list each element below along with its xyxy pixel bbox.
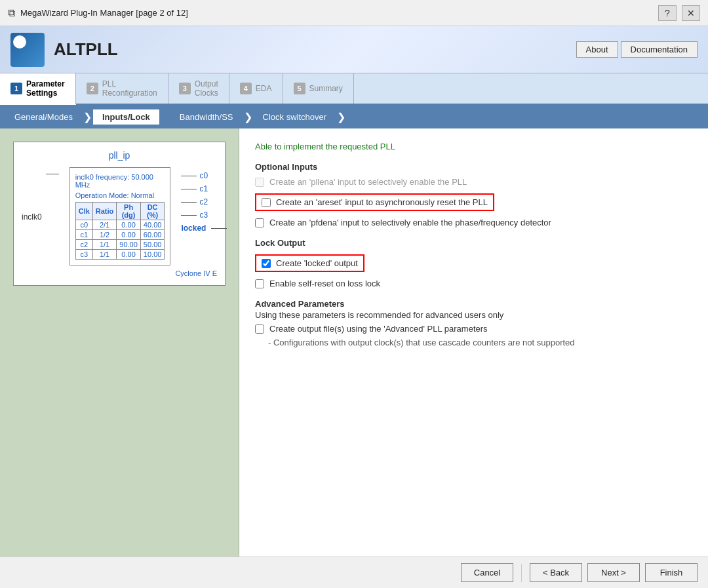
tab-bar: 1 ParameterSettings 2 PLLReconfiguration…	[0, 73, 708, 105]
tab-num-3: 3	[179, 83, 191, 94]
title-bar-controls: ? ✕	[658, 5, 700, 21]
right-panel: Able to implement the requested PLL Opti…	[239, 128, 708, 557]
checkbox-locked[interactable]	[262, 259, 271, 268]
tab-label-3: OutputClocks	[195, 79, 218, 98]
tab-label-4: EDA	[256, 84, 272, 93]
advanced-title: Advanced Parameters	[255, 299, 692, 309]
advanced-description: Using these parameters is recommended fo…	[255, 310, 692, 320]
finish-button[interactable]: Finish	[645, 563, 698, 582]
diagram-body: inclk0 inclk0 frequency: 50.000 MHz Oper…	[22, 167, 217, 265]
checkbox-pfdena[interactable]	[255, 218, 264, 227]
tab-eda[interactable]: 4 EDA	[229, 73, 283, 104]
checkbox-areset[interactable]	[262, 198, 271, 207]
option-advanced-pll: Create output file(s) using the 'Advance…	[255, 324, 692, 334]
col-header-ratio: Ratio	[92, 203, 117, 220]
header: ALTPLL About Documentation	[0, 26, 708, 73]
option-self-reset: Enable self-reset on loss lock	[255, 279, 692, 288]
tab-num-1: 1	[10, 83, 22, 94]
tab-output-clocks[interactable]: 3 OutputClocks	[168, 73, 229, 104]
title-bar-icon: ⧉	[8, 7, 15, 19]
output-c1: c1	[181, 184, 227, 193]
option-pllena: Create an 'pllena' input to selectively …	[255, 177, 692, 187]
cyclone-label: Cyclone IV E	[22, 269, 217, 277]
tab-num-5: 5	[294, 83, 305, 94]
inclk-label: inclk0	[22, 212, 42, 222]
label-self-reset: Enable self-reset on loss lock	[269, 279, 380, 288]
label-areset: Create an 'areset' input to asynchronous…	[276, 197, 488, 207]
lock-output-title: Lock Output	[255, 238, 692, 248]
option-pfdena: Create an 'pfdena' input to selectively …	[255, 218, 692, 227]
status-text: Able to implement the requested PLL	[255, 142, 692, 151]
tab-label-5: Summary	[309, 84, 343, 93]
main-content: pll_ip inclk0 inclk0 frequency: 50.000 M…	[0, 128, 708, 557]
tab-label-1: ParameterSettings	[26, 79, 65, 98]
checkbox-pllena[interactable]	[255, 178, 264, 187]
subnav-bandwidth-ss[interactable]: Bandwidth/SS	[170, 109, 243, 125]
label-pllena: Create an 'pllena' input to selectively …	[269, 177, 467, 187]
col-header-clk: Clk	[75, 203, 92, 220]
subnav-arrow-1: ❯	[83, 111, 92, 123]
diagram-table: Clk Ratio Ph (dg) DC (%) c02/10.0040.00c…	[75, 202, 165, 260]
diagram-left: inclk0	[22, 212, 46, 222]
title-bar: ⧉ MegaWizard Plug-In Manager [page 2 of …	[0, 0, 708, 26]
back-button[interactable]: < Back	[530, 563, 582, 582]
about-button[interactable]: About	[576, 41, 618, 58]
documentation-button[interactable]: Documentation	[621, 41, 698, 58]
col-header-dc: DC (%)	[140, 203, 165, 220]
tab-parameter-settings[interactable]: 1 ParameterSettings	[0, 73, 76, 105]
header-buttons: About Documentation	[576, 41, 698, 58]
output-c3: c3	[181, 210, 227, 220]
diagram-title: pll_ip	[22, 150, 217, 161]
optional-inputs-title: Optional Inputs	[255, 162, 692, 172]
output-c0: c0	[181, 171, 227, 180]
subnav-inputs-lock[interactable]: Inputs/Lock	[93, 109, 159, 125]
app-logo	[10, 33, 45, 67]
subnav-arrow-4: ❯	[337, 111, 345, 123]
footer-separator	[521, 564, 522, 582]
tab-num-4: 4	[240, 83, 252, 94]
subnav-general-modes[interactable]: General/Modes	[5, 109, 82, 125]
subnav-arrow-3: ❯	[244, 111, 252, 123]
tab-summary[interactable]: 5 Summary	[283, 73, 354, 104]
subnav-clock-switchover[interactable]: Clock switchover	[254, 109, 336, 125]
option-locked: Create 'locked' output	[262, 258, 358, 268]
output-locked: locked	[181, 224, 227, 233]
diagram-right: c0 c1 c2 c3 lock	[181, 167, 227, 237]
diagram-center: inclk0 frequency: 50.000 MHz Operation M…	[69, 167, 171, 265]
title-bar-text: MegaWizard Plug-In Manager [page 2 of 12…	[20, 8, 658, 18]
checkbox-advanced-pll[interactable]	[255, 324, 264, 334]
help-button[interactable]: ?	[658, 5, 677, 21]
next-button[interactable]: Next >	[587, 563, 640, 582]
subnav-arrow-2: ❯	[161, 111, 169, 123]
footer: Cancel < Back Next > Finish	[0, 557, 708, 588]
label-pfdena: Create an 'pfdena' input to selectively …	[269, 218, 551, 227]
tab-pll-reconfiguration[interactable]: 2 PLLReconfiguration	[76, 73, 168, 104]
diagram-info1: inclk0 frequency: 50.000 MHz	[75, 173, 165, 189]
output-c2: c2	[181, 197, 227, 206]
cancel-button[interactable]: Cancel	[461, 563, 513, 582]
option-areset: Create an 'areset' input to asynchronous…	[262, 197, 488, 207]
label-locked: Create 'locked' output	[276, 258, 358, 268]
checkbox-self-reset[interactable]	[255, 279, 264, 288]
tab-label-2: PLLReconfiguration	[102, 79, 157, 98]
diagram-info2: Operation Mode: Normal	[75, 191, 165, 199]
advanced-section: Advanced Parameters Using these paramete…	[255, 299, 692, 347]
tab-num-2: 2	[87, 83, 98, 94]
close-button[interactable]: ✕	[682, 5, 700, 21]
left-panel: pll_ip inclk0 inclk0 frequency: 50.000 M…	[0, 128, 239, 557]
highlight-locked: Create 'locked' output	[255, 254, 364, 272]
highlight-areset: Create an 'areset' input to asynchronous…	[255, 193, 494, 211]
product-name: ALTPLL	[54, 39, 576, 60]
subnav-bar: General/Modes ❯ Inputs/Lock ❯ Bandwidth/…	[0, 105, 708, 128]
col-header-ph: Ph (dg)	[117, 203, 141, 220]
advanced-note: - Configurations with output clock(s) th…	[255, 338, 692, 347]
diagram-box: pll_ip inclk0 inclk0 frequency: 50.000 M…	[13, 142, 226, 286]
label-advanced-pll: Create output file(s) using the 'Advance…	[269, 324, 488, 334]
